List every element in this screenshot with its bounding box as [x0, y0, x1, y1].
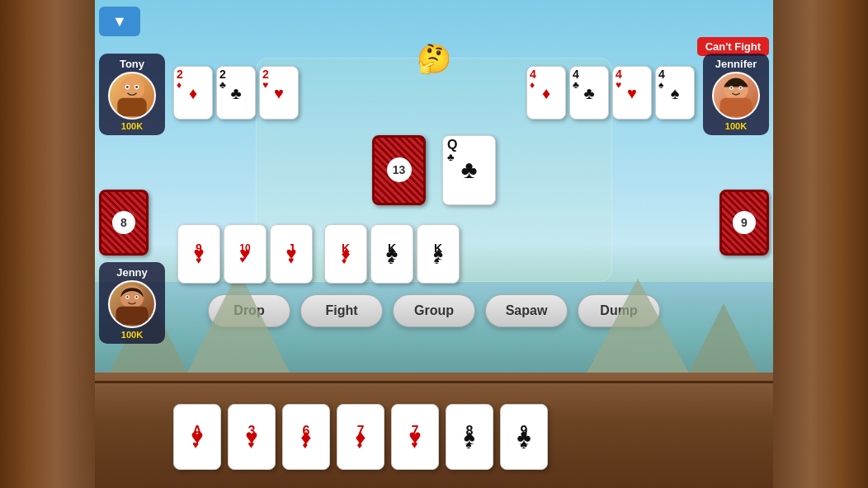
- bottom-card-6d[interactable]: 6 ♦ ♦: [282, 404, 330, 470]
- jennifer-cards: 4 ♦ ♦ 4 ♣ ♣ 4 ♥ ♥ 4 ♠ ♠: [526, 66, 695, 120]
- hand-card-kd[interactable]: K ♦ ♦: [324, 224, 367, 284]
- player-tony-name: Tony: [120, 58, 144, 70]
- bottom-hand: A ♥ ♥ 3 ♥ ♥ 6 ♦ ♦ 7 ♦ ♦ 7 ♥ ♥: [173, 404, 761, 470]
- dropdown-container: [99, 7, 140, 36]
- player-jennifer-avatar: [712, 72, 760, 120]
- tony-card-3[interactable]: 2 ♥ ♥: [259, 66, 299, 120]
- svg-rect-11: [719, 98, 752, 116]
- svg-point-0: [120, 77, 144, 101]
- left-card-back: 8: [99, 190, 149, 256]
- hand-card-jh[interactable]: J ♥ ♥: [270, 224, 313, 284]
- svg-point-17: [135, 296, 137, 298]
- hand-group-1: 9 ♥ ♥ 10 ♥ ♥ J ♥ ♥: [177, 224, 313, 284]
- svg-point-9: [730, 87, 732, 88]
- bottom-card-ah[interactable]: A ♥ ♥: [173, 404, 221, 470]
- hand-card-ks[interactable]: K ♠ ♠: [417, 224, 460, 284]
- player-jenny-name: Jenny: [116, 266, 148, 279]
- pillar-left: [0, 0, 95, 488]
- bottom-card-3h[interactable]: 3 ♥ ♥: [228, 404, 276, 470]
- center-played-card: Q ♣ ♣: [442, 135, 496, 205]
- bottom-card-7d[interactable]: 7 ♦ ♦: [337, 404, 384, 470]
- middle-hand: 9 ♥ ♥ 10 ♥ ♥ J ♥ ♥ K ♦ ♦: [177, 224, 460, 284]
- svg-point-16: [126, 296, 128, 298]
- bottom-card-7h[interactable]: 7 ♥ ♥: [391, 404, 439, 470]
- jennifer-card-1: 4 ♦ ♦: [526, 66, 566, 120]
- left-card-count: 8: [112, 211, 135, 234]
- thinking-emoji: 🤔: [417, 42, 451, 75]
- player-jenny-panel: Jenny 100K: [99, 262, 165, 344]
- player-jenny-coins: 100K: [121, 330, 143, 340]
- player-jenny-avatar: [108, 280, 156, 328]
- hand-group-2: K ♦ ♦ K ♣ ♣ K ♠ ♠: [324, 224, 460, 284]
- bottom-card-8s[interactable]: 8 ♠ ♠: [446, 404, 493, 470]
- group-button[interactable]: Group: [393, 294, 475, 327]
- center-deck-count: 13: [387, 157, 412, 182]
- sapaw-button[interactable]: Sapaw: [485, 294, 568, 327]
- jennifer-card-2: 4 ♣ ♣: [569, 66, 609, 120]
- right-card-back: 9: [719, 190, 769, 256]
- player-jennifer-panel: Jennifer 100K: [703, 54, 769, 135]
- player-jennifer-coins: 100K: [725, 121, 747, 131]
- svg-rect-5: [117, 98, 146, 116]
- scenery-right: [584, 279, 761, 381]
- center-deck[interactable]: 13: [372, 135, 426, 205]
- right-card-count: 9: [733, 211, 756, 234]
- tony-card-1[interactable]: 2 ♦ ♦: [173, 66, 213, 120]
- left-side-card: 8: [99, 190, 149, 256]
- player-jennifer-name: Jennifer: [715, 58, 757, 70]
- player-tony-panel: Tony 100K: [99, 54, 165, 135]
- player-tony-avatar: [108, 72, 156, 120]
- tony-card-2[interactable]: 2 ♣ ♣: [216, 66, 256, 120]
- jennifer-card-3: 4 ♥ ♥: [612, 66, 652, 120]
- jennifer-card-4: 4 ♠ ♠: [655, 66, 695, 120]
- svg-point-10: [739, 87, 741, 88]
- hand-card-9h[interactable]: 9 ♥ ♥: [177, 224, 220, 284]
- svg-point-3: [126, 86, 129, 88]
- bottom-card-9c[interactable]: 9 ♣ ♣: [500, 404, 548, 470]
- right-side-card: 9: [719, 190, 769, 256]
- hand-card-kc[interactable]: K ♣ ♣: [370, 224, 413, 284]
- pillar-right: [773, 0, 868, 488]
- player-tony-coins: 100K: [121, 121, 143, 131]
- dropdown-button[interactable]: [99, 7, 140, 36]
- tony-cards: 2 ♦ ♦ 2 ♣ ♣ 2 ♥ ♥: [173, 66, 299, 120]
- fight-button[interactable]: Fight: [300, 294, 383, 327]
- svg-rect-18: [116, 307, 148, 325]
- hand-card-10h[interactable]: 10 ♥ ♥: [224, 224, 267, 284]
- svg-point-4: [135, 86, 138, 88]
